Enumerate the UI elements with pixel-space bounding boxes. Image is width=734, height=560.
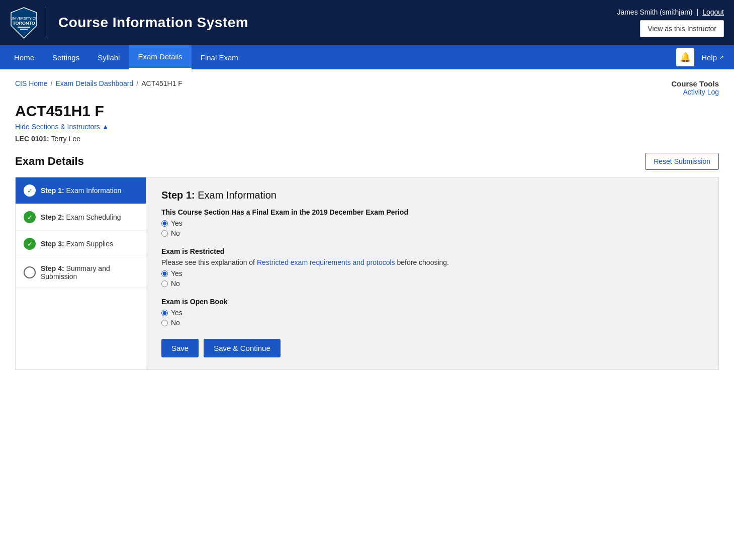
step-title-rest: Exam Information: [195, 190, 277, 201]
exam-details-header: Exam Details Reset Submission: [15, 153, 719, 170]
view-instructor-button[interactable]: View as this Instructor: [640, 20, 724, 37]
site-header: UNIVERSITY OF TORONTO Course Information…: [0, 0, 734, 45]
save-continue-button[interactable]: Save & Continue: [204, 339, 281, 357]
help-label: Help: [701, 53, 717, 62]
breadcrumb-exam-dashboard[interactable]: Exam Details Dashboard: [55, 79, 133, 87]
step-item-3[interactable]: ✓ Step 3: Exam Supplies: [16, 231, 146, 257]
instructor-name: Terry Lee: [51, 135, 80, 143]
field1-no-label: No: [171, 229, 180, 237]
field-open-book: Exam is Open Book Yes No: [161, 298, 703, 327]
step1-icon: ✓: [24, 184, 36, 197]
course-tools-title: Course Tools: [671, 79, 719, 88]
field1-no-option[interactable]: No: [161, 229, 703, 237]
breadcrumb-sep-1: /: [51, 79, 53, 87]
separator: |: [697, 8, 699, 16]
field2-no-radio[interactable]: [161, 281, 168, 287]
logo-area: UNIVERSITY OF TORONTO: [10, 7, 48, 39]
field-final-exam: This Course Section Has a Final Exam in …: [161, 208, 703, 237]
external-link-icon: ↗: [719, 54, 724, 61]
step-item-2[interactable]: ✓ Step 2: Exam Scheduling: [16, 204, 146, 231]
course-code-heading: ACT451H1 F: [15, 103, 719, 120]
exam-details-title: Exam Details: [15, 155, 84, 168]
user-name: James Smith (smithjam): [617, 8, 692, 16]
restricted-exam-link[interactable]: Restricted exam requirements and protoco…: [257, 258, 395, 266]
top-row: CIS Home / Exam Details Dashboard / ACT4…: [15, 79, 719, 98]
step-item-1[interactable]: ✓ Step 1: Exam Information: [16, 177, 146, 204]
activity-log-link[interactable]: Activity Log: [683, 88, 719, 96]
button-row: Save Save & Continue: [161, 339, 703, 357]
step-title-bold: Step 1:: [161, 190, 195, 201]
field3-label: Exam is Open Book: [161, 298, 703, 306]
main-nav: Home Settings Syllabi Exam Details Final…: [0, 45, 734, 69]
field2-no-label: No: [171, 279, 180, 288]
field3-no-label: No: [171, 319, 180, 327]
field1-yes-radio[interactable]: [161, 220, 168, 227]
uoft-logo: UNIVERSITY OF TORONTO: [10, 7, 38, 39]
bell-icon: 🔔: [680, 52, 691, 63]
field1-label: This Course Section Has a Final Exam in …: [161, 208, 703, 216]
lec-info: LEC 0101: Terry Lee: [15, 135, 719, 143]
nav-right: 🔔 Help ↗: [676, 48, 729, 66]
svg-rect-4: [20, 29, 28, 30]
reset-submission-button[interactable]: Reset Submission: [645, 153, 719, 170]
user-info: James Smith (smithjam) | Logout: [617, 8, 724, 16]
main-content: CIS Home / Exam Details Dashboard / ACT4…: [0, 69, 734, 380]
breadcrumb: CIS Home / Exam Details Dashboard / ACT4…: [15, 79, 182, 87]
nav-item-syllabi[interactable]: Syllabi: [88, 46, 129, 69]
step-content-title: Step 1: Exam Information: [161, 190, 703, 201]
logout-link[interactable]: Logout: [702, 8, 724, 16]
nav-item-final-exam[interactable]: Final Exam: [192, 46, 247, 69]
field2-desc-after: before choosing.: [395, 258, 449, 266]
steps-sidebar: ✓ Step 1: Exam Information ✓ Step 2: Exa…: [16, 177, 146, 369]
step3-label: Step 3: Exam Supplies: [41, 240, 113, 248]
step4-label: Step 4: Summary and Submission: [41, 264, 138, 281]
field2-yes-label: Yes: [171, 269, 182, 277]
header-right: James Smith (smithjam) | Logout View as …: [617, 8, 724, 37]
field2-label: Exam is Restricted: [161, 247, 703, 255]
nav-left: Home Settings Syllabi Exam Details Final…: [5, 45, 247, 69]
hide-sections-link[interactable]: Hide Sections & Instructors ▲: [15, 123, 109, 131]
step-content-panel: Step 1: Exam Information This Course Sec…: [146, 177, 718, 369]
breadcrumb-sep-2: /: [136, 79, 138, 87]
step-item-4[interactable]: Step 4: Summary and Submission: [16, 257, 146, 288]
notifications-button[interactable]: 🔔: [676, 48, 694, 66]
field3-yes-radio[interactable]: [161, 310, 168, 316]
nav-item-exam-details[interactable]: Exam Details: [129, 45, 191, 69]
field3-yes-option[interactable]: Yes: [161, 309, 703, 317]
course-tools: Course Tools Activity Log: [671, 79, 719, 96]
field1-no-radio[interactable]: [161, 230, 168, 237]
site-title: Course Information System: [58, 15, 248, 31]
field-restricted: Exam is Restricted Please see this expla…: [161, 247, 703, 288]
header-left: UNIVERSITY OF TORONTO Course Information…: [10, 7, 248, 39]
field3-no-option[interactable]: No: [161, 319, 703, 327]
step3-icon: ✓: [24, 238, 36, 250]
nav-item-home[interactable]: Home: [5, 46, 43, 69]
svg-text:UNIVERSITY OF: UNIVERSITY OF: [11, 17, 38, 20]
step4-icon: [24, 266, 36, 278]
step2-label: Step 2: Exam Scheduling: [41, 213, 121, 221]
field2-yes-option[interactable]: Yes: [161, 269, 703, 277]
field2-desc-before: Please see this explanation of: [161, 258, 257, 266]
svg-rect-3: [18, 27, 30, 28]
step1-label: Step 1: Exam Information: [41, 186, 121, 195]
field1-yes-option[interactable]: Yes: [161, 219, 703, 227]
step2-icon: ✓: [24, 211, 36, 223]
svg-text:TORONTO: TORONTO: [13, 21, 35, 26]
save-button[interactable]: Save: [161, 339, 199, 357]
field1-yes-label: Yes: [171, 219, 182, 227]
help-link[interactable]: Help ↗: [701, 53, 724, 62]
field3-yes-label: Yes: [171, 309, 182, 317]
nav-item-settings[interactable]: Settings: [43, 46, 88, 69]
field3-no-radio[interactable]: [161, 320, 168, 326]
breadcrumb-current: ACT451H1 F: [141, 79, 182, 87]
breadcrumb-cis-home[interactable]: CIS Home: [15, 79, 48, 87]
field2-yes-radio[interactable]: [161, 270, 168, 277]
lec-label: LEC 0101:: [15, 135, 49, 143]
steps-layout: ✓ Step 1: Exam Information ✓ Step 2: Exa…: [15, 177, 719, 370]
field2-description: Please see this explanation of Restricte…: [161, 258, 703, 266]
field2-no-option[interactable]: No: [161, 279, 703, 288]
